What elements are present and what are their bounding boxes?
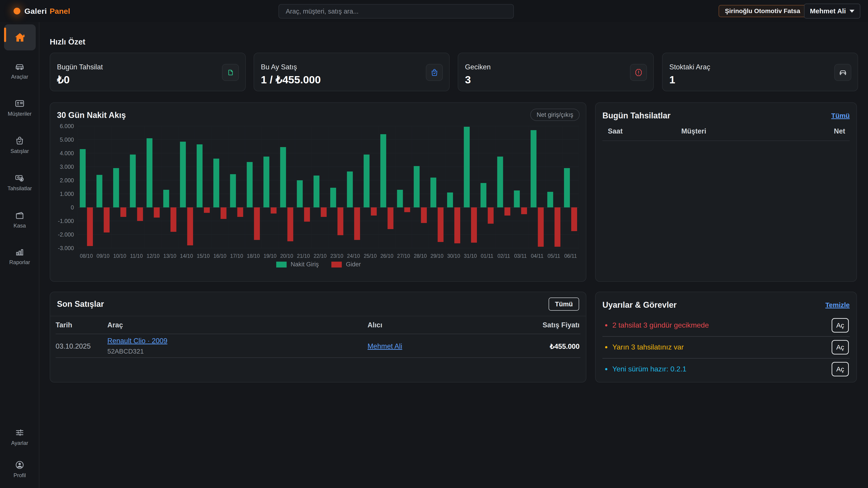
sidebar-item-home[interactable]	[4, 24, 36, 51]
sidebar-item-settings[interactable]: Ayarlar	[0, 428, 39, 446]
summary-card-stock: Stoktaki Araç 1	[662, 53, 858, 91]
brand-dot-icon	[13, 8, 20, 14]
search-input[interactable]	[278, 4, 514, 19]
card-label: Bu Ay Satış	[261, 63, 297, 71]
sidebar-item-label: Araçlar	[11, 74, 28, 80]
today-collections-header: Saat Müşteri Net	[596, 127, 857, 138]
sidebar-item-vehicles[interactable]: Araçlar	[0, 61, 39, 80]
cash-in-swatch	[276, 262, 287, 267]
cashflow-chart: -3.000-2.000-1.00001.0002.0003.0004.0005…	[50, 103, 587, 282]
col-alici: Alıcı	[368, 321, 382, 329]
sale-buyer-link[interactable]: Mehmet Ali	[368, 342, 402, 350]
recent-sales-all-button[interactable]: Tümü	[549, 297, 579, 311]
card-value: 1 / ₺455.000	[261, 73, 321, 86]
svg-text:01/11: 01/11	[481, 253, 493, 259]
brand-name: Galeri	[24, 7, 47, 15]
svg-text:02/11: 02/11	[498, 253, 510, 259]
alerts-clear-link[interactable]: Temizle	[825, 301, 850, 309]
alert-open-button[interactable]: Aç	[832, 362, 849, 377]
alert-dot-icon	[605, 324, 608, 326]
svg-text:29/10: 29/10	[430, 253, 443, 259]
svg-text:-2.000: -2.000	[58, 231, 74, 238]
sidebar-item-label: Ayarlar	[11, 440, 28, 446]
svg-text:09/10: 09/10	[96, 253, 110, 259]
home-icon	[14, 31, 26, 43]
sidebar-item-customers[interactable]: Müşteriler	[0, 98, 39, 117]
alert-item-new-version: Yeni sürüm hazır: 0.2.1 Aç	[602, 358, 850, 380]
sidebar-item-profile[interactable]: Profil	[0, 460, 39, 479]
divider	[602, 140, 850, 141]
svg-text:18/10: 18/10	[247, 253, 260, 259]
legend-expense: Gider	[331, 261, 361, 268]
chart-legend: Nakit Giriş Gider	[50, 261, 587, 268]
svg-text:08/10: 08/10	[80, 253, 93, 259]
sidebar: Araçlar Müşteriler Satışlar Tahsilatlar …	[0, 22, 39, 488]
topbar: Galeri Panel Şirinoğlu Otomotiv Fatsa Me…	[0, 0, 868, 22]
sliders-icon	[15, 428, 25, 437]
sale-vehicle-link[interactable]: Renault Clio · 2009	[107, 337, 167, 345]
org-badge: Şirinoğlu Otomotiv Fatsa	[719, 5, 807, 17]
table-row: 03.10.2025 Renault Clio · 2009 52ABCD321…	[50, 334, 586, 357]
svg-text:04/11: 04/11	[531, 253, 544, 259]
svg-text:24/10: 24/10	[347, 253, 360, 259]
brand-suffix: Panel	[50, 7, 70, 15]
card-label: Stoktaki Araç	[669, 63, 710, 71]
svg-text:-3.000: -3.000	[58, 245, 74, 251]
alert-open-button[interactable]: Aç	[832, 340, 849, 355]
id-card-icon	[15, 98, 25, 108]
user-menu-button[interactable]: Mehmet Ali	[804, 4, 860, 19]
sidebar-item-reports[interactable]: Raporlar	[0, 247, 39, 265]
recent-sales-title: Son Satışlar	[57, 299, 104, 309]
alert-dot-icon	[605, 346, 608, 348]
svg-text:26/10: 26/10	[380, 253, 394, 259]
alert-dot-icon	[605, 368, 608, 370]
user-name: Mehmet Ali	[810, 7, 846, 15]
svg-text:25/10: 25/10	[364, 253, 377, 259]
legend-cash-in: Nakit Giriş	[276, 261, 319, 268]
car-front-icon	[834, 64, 851, 81]
alert-octagon-icon	[630, 64, 647, 81]
svg-text:28/10: 28/10	[414, 253, 427, 259]
svg-text:05/11: 05/11	[548, 253, 560, 259]
sidebar-item-label: Satışlar	[10, 148, 29, 154]
alert-text: Yarın 3 tahsilatınız var	[612, 343, 684, 351]
card-label: Bugün Tahsilat	[57, 63, 103, 71]
sidebar-item-collections[interactable]: Tahsilatlar	[0, 173, 39, 192]
alert-item-overdue: 2 tahsilat 3 gündür gecikmede Aç	[602, 315, 850, 336]
divider	[56, 357, 581, 358]
card-value: ₺0	[57, 73, 70, 86]
sale-price: ₺455.000	[550, 342, 580, 351]
sidebar-item-label: Raporlar	[9, 259, 30, 265]
svg-text:1.000: 1.000	[60, 191, 74, 197]
col-musteri: Müşteri	[681, 127, 706, 135]
svg-text:14/10: 14/10	[180, 253, 193, 259]
today-collections-all-link[interactable]: Tümü	[831, 112, 850, 120]
svg-text:31/10: 31/10	[464, 253, 477, 259]
svg-text:27/10: 27/10	[397, 253, 410, 259]
recent-sales-panel: Son Satışlar Tümü Tarih Araç Alıcı Satış…	[50, 292, 586, 383]
user-circle-icon	[15, 460, 25, 470]
sale-plate: 52ABCD321	[107, 348, 144, 355]
svg-text:03/11: 03/11	[514, 253, 527, 259]
col-arac: Araç	[107, 321, 123, 329]
recent-sales-header: Tarih Araç Alıcı Satış Fiyatı	[50, 321, 586, 331]
alerts-title: Uyarılar & Görevler	[602, 300, 677, 310]
svg-text:19/10: 19/10	[264, 253, 277, 259]
expense-swatch	[331, 262, 342, 267]
svg-text:3.000: 3.000	[60, 164, 74, 170]
col-satis-fiyati: Satış Fiyatı	[542, 321, 580, 329]
bag-check-icon	[426, 64, 443, 81]
sidebar-item-sales[interactable]: Satışlar	[0, 136, 39, 154]
sidebar-item-label: Profil	[13, 472, 26, 479]
svg-text:6.000: 6.000	[60, 123, 74, 129]
svg-text:15/10: 15/10	[197, 253, 210, 259]
wallet-icon	[15, 210, 25, 220]
sidebar-item-cashbox[interactable]: Kasa	[0, 210, 39, 229]
col-tarih: Tarih	[56, 321, 72, 329]
bar-chart-icon	[15, 247, 25, 257]
quick-summary-heading: Hızlı Özet	[50, 37, 86, 46]
sidebar-item-label: Kasa	[13, 223, 26, 229]
card-value: 1	[669, 73, 675, 86]
alert-open-button[interactable]: Aç	[832, 318, 849, 332]
svg-text:12/10: 12/10	[147, 253, 160, 259]
